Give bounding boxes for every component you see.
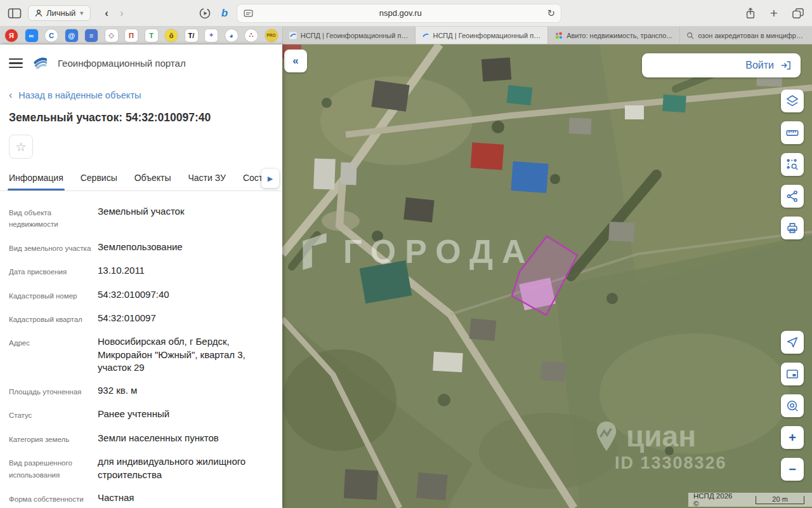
forward-button[interactable]: › <box>120 7 124 20</box>
menu-icon[interactable] <box>9 58 23 69</box>
tab-nspd-2-active[interactable]: НСПД | Геоинформационный по... <box>415 27 547 44</box>
field-label: Категория земель <box>9 432 98 445</box>
sidebar-toggle-icon[interactable] <box>8 7 22 20</box>
tab-services[interactable]: Сервисы <box>81 165 117 190</box>
field-label: Статус <box>9 408 98 421</box>
layers-icon <box>785 94 799 108</box>
locate-button[interactable] <box>781 331 804 354</box>
field-value: Новосибирская обл, г Бердск, Микрорайон … <box>98 335 273 374</box>
bookmark-p-red-icon[interactable]: П <box>125 29 138 42</box>
tab-information[interactable]: Информация <box>9 165 63 190</box>
info-field-row: Кадастровый номер 54:32:010097:40 <box>9 288 273 302</box>
collapse-panel-button[interactable]: « <box>284 50 307 72</box>
tab-nspd-1[interactable]: НСПД | Геоинформационный по... <box>282 27 415 44</box>
share-icon[interactable] <box>745 7 756 20</box>
back-button[interactable]: ‹ <box>105 7 108 20</box>
area-measure-icon <box>785 157 799 171</box>
field-value: 932 кв. м <box>98 384 137 398</box>
minimap-button[interactable] <box>781 363 804 385</box>
bookmark-t-slash-icon[interactable]: T/ <box>185 29 198 42</box>
goroda-logo-icon <box>300 233 331 270</box>
favorite-button[interactable]: ☆ <box>9 135 33 159</box>
bookmark-star-purple-icon[interactable]: ✦ <box>205 29 218 42</box>
double-chevron-left-icon: « <box>292 55 298 67</box>
info-field-row: Вид земельного участка Землепользование <box>9 241 273 254</box>
field-value: 13.10.2011 <box>98 264 145 277</box>
layers-button[interactable] <box>781 90 804 112</box>
object-info-list: Вид объекта недвижимости Земельный участ… <box>0 191 282 505</box>
login-arrow-icon <box>780 59 792 72</box>
reader-mode-icon[interactable] <box>243 8 254 18</box>
bookmark-o-yellow-icon[interactable]: ō <box>165 29 178 42</box>
info-field-row: Площадь уточненная 932 кв. м <box>9 384 273 398</box>
chevron-left-icon: ‹ <box>9 90 12 101</box>
tab-objects[interactable]: Объекты <box>134 165 171 190</box>
reload-icon[interactable]: ↻ <box>547 8 555 19</box>
map-toolbar-bottom: + − <box>781 331 804 481</box>
map-attribution: НСПД 2026 © 20 m <box>688 493 812 507</box>
minus-icon: − <box>789 462 796 477</box>
back-to-results-link[interactable]: ‹ Назад в найденные объекты <box>0 76 282 101</box>
printer-icon <box>785 221 799 235</box>
satellite-map[interactable] <box>282 44 812 508</box>
field-value: Земли населенных пунктов <box>98 432 219 445</box>
tab-strip: Я∞C@≡◇ПTōT/✦◕∴PRO НСПД | Геоинформационн… <box>0 27 812 44</box>
zoom-to-object-icon <box>785 399 799 413</box>
field-value: Земельный участок <box>98 205 185 231</box>
address-bar[interactable]: nspd.gov.ru ↻ <box>237 4 561 23</box>
bookmark-pro-icon[interactable]: PRO <box>265 29 278 42</box>
tabs-scroll-right-button[interactable]: ▶ <box>261 169 279 188</box>
field-label: Дата присвоения <box>9 264 98 277</box>
tab-overview-icon[interactable] <box>792 8 804 19</box>
print-button[interactable] <box>781 217 804 239</box>
bookmarks-bar: Я∞C@≡◇ПTōT/✦◕∴PRO <box>0 27 282 44</box>
field-label: Форма собственности <box>9 491 98 505</box>
info-field-row: Форма собственности Частная <box>9 491 273 505</box>
zoom-to-object-button[interactable] <box>781 394 804 417</box>
tab-avito[interactable]: Авито: недвижимость, транспо... <box>547 27 680 44</box>
new-tab-icon[interactable]: + <box>770 6 778 21</box>
field-label: Вид земельного участка <box>9 241 98 254</box>
watermark-goroda: ГОРОДА <box>300 232 535 271</box>
bookmark-c-swirl-icon[interactable]: C <box>45 29 58 42</box>
tab-search[interactable]: озон аккредитован в минцифра... <box>679 27 812 44</box>
share-map-button[interactable] <box>781 185 804 208</box>
field-value: 54:32:010097 <box>98 312 156 325</box>
star-icon: ☆ <box>15 140 26 154</box>
bookmark-mail-icon[interactable]: @ <box>65 29 78 42</box>
ruler-button[interactable] <box>781 121 804 144</box>
bing-icon[interactable]: b <box>221 7 228 20</box>
field-label: Кадастровый квартал <box>9 312 98 325</box>
url-text: nspd.gov.ru <box>254 8 547 18</box>
tab-parcel-parts[interactable]: Части ЗУ <box>188 165 225 190</box>
person-icon <box>34 9 43 18</box>
login-button[interactable]: Войти <box>642 53 801 77</box>
object-title: Земельный участок: 54:32:010097:40 <box>0 101 282 124</box>
watermark-cian: циан ID 13308326 <box>594 419 727 473</box>
field-label: Вид объекта недвижимости <box>9 205 98 231</box>
chevron-down-icon: ▼ <box>79 10 84 17</box>
profile-selector[interactable]: Личный ▼ <box>28 5 91 21</box>
bookmark-vk-icon[interactable]: ∞ <box>25 29 38 42</box>
ruler-icon <box>785 126 799 140</box>
zoom-in-button[interactable]: + <box>781 426 804 449</box>
minimap-icon <box>785 367 799 381</box>
map-scale-bar: 20 m <box>756 496 804 504</box>
bookmark-pie-blue-icon[interactable]: ◕ <box>225 29 238 42</box>
timer-icon[interactable] <box>199 7 211 20</box>
field-value: Ранее учтенный <box>98 408 169 421</box>
map-toolbar-top <box>781 90 804 239</box>
bookmark-diamond-icon[interactable]: ◇ <box>105 29 118 42</box>
locate-arrow-icon <box>785 335 799 349</box>
field-label: Площадь уточненная <box>9 384 98 398</box>
zoom-out-button[interactable]: − <box>781 458 804 481</box>
bookmark-dots-icon[interactable]: ∴ <box>245 29 258 42</box>
field-value: Частная <box>98 491 134 505</box>
area-measure-button[interactable] <box>781 153 804 176</box>
bookmark-yandex-icon[interactable]: Я <box>5 29 18 42</box>
bookmark-docs-icon[interactable]: ≡ <box>85 29 98 42</box>
bookmark-t-green-icon[interactable]: T <box>145 29 158 42</box>
plus-icon: + <box>789 431 796 445</box>
attribution-text: НСПД 2026 © <box>693 492 738 507</box>
field-label: Адрес <box>9 335 98 374</box>
